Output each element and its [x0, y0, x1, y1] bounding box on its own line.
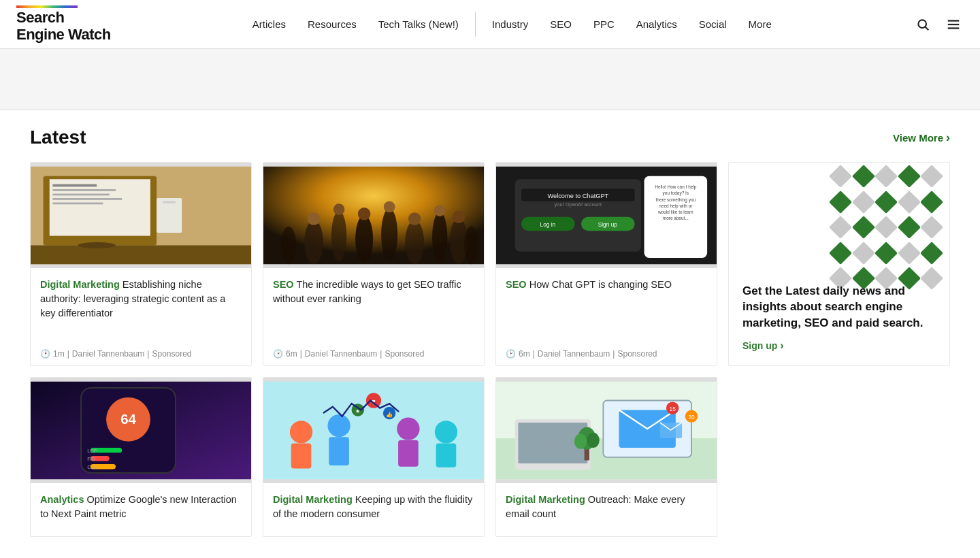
diamond-shape	[875, 216, 898, 239]
section-title: Latest	[30, 127, 86, 148]
newsletter-card: Get the Latest daily news and insights a…	[728, 162, 950, 366]
nav-item-tech-talks[interactable]: Tech Talks (New!)	[368, 0, 470, 49]
diamond-shape	[898, 165, 921, 188]
svg-point-23	[432, 212, 447, 262]
diamond-shape	[920, 165, 943, 188]
article-category-3[interactable]: SEO	[506, 279, 527, 290]
svg-point-63	[327, 414, 350, 437]
svg-text:Hello! How can I help: Hello! How can I help	[655, 184, 697, 190]
article-title-5: Digital Marketing Keeping up with the fl…	[273, 493, 474, 521]
svg-rect-14	[163, 201, 176, 203]
nav-secondary: Industry SEO PPC Analytics Social More	[481, 0, 783, 49]
article-body-2: SEO The incredible ways to get SEO traff…	[263, 268, 484, 365]
diamond-shape	[875, 165, 898, 188]
svg-text:you today? Is: you today? Is	[663, 191, 689, 196]
clock-icon-2: 🕑	[273, 349, 283, 359]
svg-point-28	[333, 203, 345, 215]
article-title-1: Digital Marketing Establishing niche aut…	[40, 278, 242, 341]
svg-text:more about...: more about...	[663, 216, 689, 220]
svg-point-25	[281, 227, 296, 265]
svg-line-1	[926, 27, 929, 30]
nav-divider	[475, 12, 476, 37]
svg-text:your OpenAI account: your OpenAI account	[555, 201, 602, 208]
svg-text:there something you: there something you	[656, 197, 696, 203]
header: SearchEngine Watch Articles Resources Te…	[0, 0, 980, 49]
svg-text:64: 64	[120, 412, 136, 427]
article-grid-row2: 64 LCP FID CLS Analytics Optimize Google…	[30, 377, 950, 537]
article-card-2[interactable]: SEO The incredible ways to get SEO traff…	[263, 162, 485, 366]
diamond-shape	[920, 191, 943, 214]
svg-rect-10	[52, 194, 109, 196]
svg-point-88	[574, 434, 587, 449]
svg-point-0	[918, 20, 926, 28]
svg-point-19	[331, 211, 346, 261]
svg-text:20: 20	[688, 414, 695, 421]
main-nav: Articles Resources Tech Talks (New!) Ind…	[242, 0, 783, 49]
article-card-4[interactable]: 64 LCP FID CLS Analytics Optimize Google…	[30, 377, 252, 537]
nav-item-industry[interactable]: Industry	[481, 0, 539, 49]
search-icon	[916, 18, 930, 31]
nav-item-social[interactable]: Social	[688, 0, 738, 49]
logo[interactable]: SearchEngine Watch	[16, 5, 111, 42]
article-meta-1: 🕑 1m | Daniel Tannenbaum | Sponsored	[40, 349, 242, 359]
svg-rect-68	[436, 443, 457, 467]
clock-icon-3: 🕑	[506, 349, 516, 359]
svg-point-21	[381, 208, 397, 261]
article-card-1[interactable]: Digital Marketing Establishing niche aut…	[30, 162, 252, 366]
svg-point-16	[78, 242, 116, 248]
article-img-chatgpt: Welcome to ChatGPT your OpenAI account L…	[496, 163, 717, 268]
article-category-5[interactable]: Digital Marketing	[273, 494, 353, 505]
nav-item-more[interactable]: More	[738, 0, 783, 49]
article-image-1	[31, 163, 251, 268]
article-title-3: SEO How Chat GPT is changing SEO	[506, 278, 707, 341]
article-meta-3: 🕑 6m | Daniel Tannenbaum | Sponsored	[506, 349, 707, 359]
svg-text:15: 15	[670, 406, 676, 412]
menu-button[interactable]	[943, 14, 964, 35]
nav-item-resources[interactable]: Resources	[297, 0, 368, 49]
svg-text:Log in: Log in	[540, 221, 556, 228]
diamond-shape	[898, 216, 921, 239]
article-image-6: 15 20	[496, 378, 717, 483]
svg-point-33	[453, 211, 466, 224]
article-body-3: SEO How Chat GPT is changing SEO 🕑 6m | …	[496, 268, 717, 365]
newsletter-signup-link[interactable]: Sign up ›	[742, 340, 936, 352]
article-img-laptop	[31, 163, 251, 268]
svg-text:Sign up: Sign up	[598, 221, 618, 228]
article-body-1: Digital Marketing Establishing niche aut…	[31, 268, 251, 365]
nav-item-ppc[interactable]: PPC	[583, 0, 625, 49]
article-card-3[interactable]: Welcome to ChatGPT your OpenAI account L…	[495, 162, 717, 366]
article-category-2[interactable]: SEO	[273, 279, 294, 290]
logo-text: SearchEngine Watch	[16, 10, 111, 42]
article-card-6[interactable]: 15 20 Digital Marketing Outreach: Make	[495, 377, 717, 537]
svg-rect-8	[52, 184, 97, 187]
article-image-2	[263, 163, 484, 268]
nav-item-seo[interactable]: SEO	[539, 0, 583, 49]
article-title-6: Digital Marketing Outreach: Make every e…	[506, 493, 707, 521]
article-category-4[interactable]: Analytics	[40, 494, 84, 505]
diamond-shape	[898, 242, 921, 265]
nav-item-analytics[interactable]: Analytics	[625, 0, 688, 49]
search-button[interactable]	[913, 15, 932, 34]
svg-rect-64	[329, 437, 349, 465]
hamburger-icon	[946, 17, 961, 32]
article-img-email: 15 20	[496, 378, 717, 483]
article-card-5[interactable]: ♥ 👍 ★ Digital Marketing Keeping up with …	[263, 377, 485, 537]
view-more-link[interactable]: View More ›	[893, 131, 950, 145]
svg-text:LCP: LCP	[87, 448, 97, 454]
svg-text:CLS: CLS	[87, 464, 97, 470]
newsletter-pattern	[827, 163, 949, 299]
logo-color-bar	[16, 5, 78, 8]
svg-text:FID: FID	[87, 456, 95, 462]
svg-text:need help with or: need help with or	[659, 203, 693, 209]
article-title-4: Analytics Optimize Google's new Interact…	[40, 493, 242, 521]
article-image-4: 64 LCP FID CLS	[31, 378, 251, 483]
article-image-3: Welcome to ChatGPT your OpenAI account L…	[496, 163, 717, 268]
newsletter-text: Get the Latest daily news and insights a…	[742, 283, 936, 331]
svg-rect-7	[50, 179, 150, 235]
article-img-analytics: 64 LCP FID CLS	[31, 378, 251, 483]
article-category-1[interactable]: Digital Marketing	[40, 279, 120, 290]
nav-item-articles[interactable]: Articles	[242, 0, 297, 49]
svg-point-20	[355, 215, 373, 263]
article-category-6[interactable]: Digital Marketing	[506, 494, 585, 505]
svg-text:Welcome to ChatGPT: Welcome to ChatGPT	[547, 193, 608, 199]
